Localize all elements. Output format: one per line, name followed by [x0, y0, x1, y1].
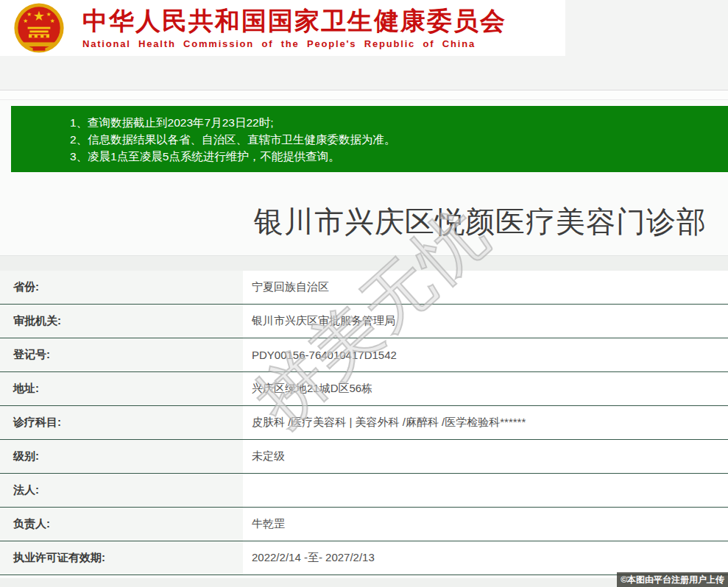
- notice-line-1: 1、查询数据截止到2023年7月23日22时;: [70, 114, 721, 131]
- table-spacer: [0, 256, 728, 271]
- svg-text:★: ★: [23, 18, 28, 24]
- detail-table: 省份: 宁夏回族自治区 审批机关: 银川市兴庆区审批服务管理局 登记号: PDY…: [0, 255, 728, 575]
- field-label: 登记号:: [0, 338, 243, 371]
- field-value: 兴庆区绿地21城D区56栋: [243, 372, 728, 405]
- svg-text:★: ★: [46, 11, 52, 18]
- table-row-level: 级别: 未定级: [0, 440, 728, 474]
- table-row-registration-number: 登记号: PDY00156-764010417D1542: [0, 338, 728, 372]
- table-row-province: 省份: 宁夏回族自治区: [0, 271, 728, 305]
- corner-attribution-watermark: ©本图由平台注册用户上传: [617, 572, 728, 587]
- field-value: 2022/2/14 -至- 2027/2/13: [243, 541, 728, 574]
- field-label: 诊疗科目:: [0, 406, 243, 439]
- header-titles: 中华人民共和国国家卫生健康委员会 National Health Commiss…: [82, 7, 506, 50]
- table-row-departments: 诊疗科目: 皮肤科 /医疗美容科 | 美容外科 /麻醉科 /医学检验科*****…: [0, 406, 728, 440]
- field-value: PDY00156-764010417D1542: [243, 338, 728, 371]
- national-emblem-icon: ★ ★ ★ ★ ★: [7, 2, 71, 54]
- site-title-chinese: 中华人民共和国国家卫生健康委员会: [82, 8, 506, 35]
- table-row-legal-person: 法人:: [0, 474, 728, 508]
- table-row-approval-authority: 审批机关: 银川市兴庆区审批服务管理局: [0, 305, 728, 338]
- sub-strip: [0, 90, 728, 100]
- table-row-person-in-charge: 负责人: 牛乾罡: [0, 508, 728, 541]
- field-label: 执业许可证有效期:: [0, 541, 243, 574]
- field-label: 省份:: [0, 271, 243, 304]
- notice-line-3: 3、凌晨1点至凌晨5点系统进行维护，不能提供查询。: [70, 148, 721, 165]
- svg-text:★: ★: [26, 11, 32, 18]
- field-value: 银川市兴庆区审批服务管理局: [243, 305, 728, 338]
- site-title-english: National Health Commission of the People…: [82, 38, 506, 49]
- field-label: 法人:: [0, 474, 243, 507]
- notice-box: 1、查询数据截止到2023年7月23日22时; 2、信息数据结果以各省、自治区、…: [11, 106, 728, 172]
- field-value: 未定级: [243, 440, 728, 473]
- institution-name-title: 银川市兴庆区悦颜医疗美容门诊部: [254, 202, 707, 242]
- table-row-license-validity: 执业许可证有效期: 2022/2/14 -至- 2027/2/13: [0, 541, 728, 575]
- field-label: 审批机关:: [0, 305, 243, 338]
- field-label: 地址:: [0, 372, 243, 405]
- field-value: [243, 474, 728, 507]
- field-value: 牛乾罡: [243, 508, 728, 541]
- field-label: 级别:: [0, 440, 243, 473]
- svg-text:★: ★: [50, 18, 55, 24]
- table-row-address: 地址: 兴庆区绿地21城D区56栋: [0, 372, 728, 406]
- page: ★ ★ ★ ★ ★ 中华人民共和国国家卫生健康委员会 National Heal…: [0, 0, 728, 587]
- field-value: 皮肤科 /医疗美容科 | 美容外科 /麻醉科 /医学检验科******: [243, 406, 728, 439]
- field-value: 宁夏回族自治区: [243, 271, 728, 304]
- svg-text:★: ★: [33, 9, 45, 24]
- site-header: ★ ★ ★ ★ ★ 中华人民共和国国家卫生健康委员会 National Heal…: [0, 0, 565, 56]
- notice-line-2: 2、信息数据结果以各省、自治区、直辖市卫生健康委数据为准。: [70, 131, 721, 148]
- field-label: 负责人:: [0, 508, 243, 541]
